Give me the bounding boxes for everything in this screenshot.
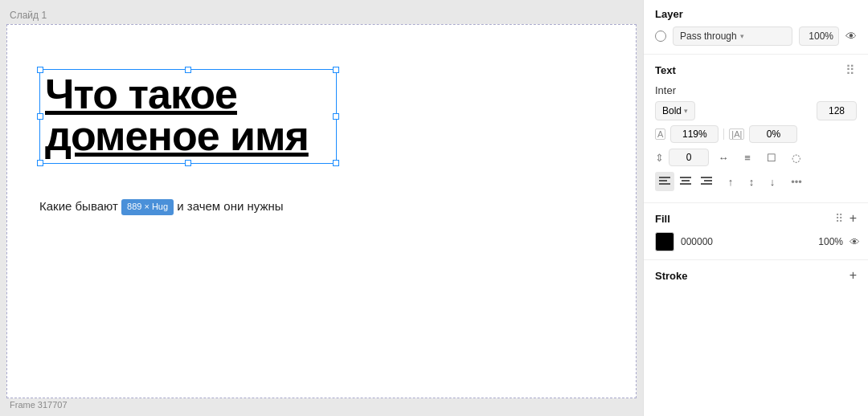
layer-circle-icon (655, 31, 666, 42)
fill-section: Fill ⠿ + 👁 − (644, 203, 868, 260)
selected-text-element[interactable]: Что такое доменое имя (39, 69, 337, 164)
text-align-center-button[interactable] (676, 172, 695, 191)
horizontal-align-center-icon[interactable]: ≡ (738, 148, 757, 167)
frame-label: Frame 317707 (10, 400, 68, 410)
text-align-right-button[interactable] (697, 172, 716, 191)
text-align-left-button[interactable] (655, 172, 674, 191)
font-name-label: Inter (655, 84, 857, 96)
fill-hex-input[interactable] (681, 236, 801, 247)
layer-row: Pass through ▾ 👁 (655, 27, 857, 46)
resize-handle-br[interactable] (333, 160, 339, 166)
slide-label: Слайд 1 (10, 10, 47, 21)
opacity-input[interactable] (799, 27, 839, 46)
size-badge-inline: 889 × Hug (121, 199, 174, 214)
subtext-element: Какие бывают 889 × Hug и зачем они нужны (39, 198, 289, 215)
subtext-part2: и зачем они нужны (174, 199, 283, 213)
letter-spacing-icon: |A| (729, 128, 744, 140)
text-section-header: Text ⠿ (655, 63, 857, 78)
resize-handle-tr[interactable] (333, 67, 339, 73)
font-style-row: Bold ▾ (655, 101, 857, 120)
font-name-row: Inter (655, 84, 857, 96)
fill-section-header: Fill ⠿ + (655, 211, 857, 226)
fill-opacity-input[interactable] (808, 236, 843, 247)
svg-rect-5 (682, 180, 690, 181)
stroke-section-title: Stroke (655, 270, 687, 282)
heading-text[interactable]: Что такое доменое имя (40, 70, 336, 163)
slide-frame: Что такое доменое имя Какие бывают 889 ×… (6, 24, 637, 398)
text-align-row: ↑ ↕ ↓ ••• (655, 172, 857, 191)
font-style-button[interactable]: Bold ▾ (655, 101, 695, 120)
align-center-icon (680, 177, 691, 186)
resize-handle-tl[interactable] (37, 67, 43, 73)
layer-section-header: Layer (655, 8, 857, 20)
right-panel: Layer Pass through ▾ 👁 Text ⠿ Inter Bold… (643, 0, 868, 416)
fill-color-swatch[interactable] (655, 232, 674, 251)
stroke-add-button[interactable]: + (850, 268, 857, 283)
text-more-button[interactable]: ••• (787, 172, 806, 191)
resize-handle-mr[interactable] (333, 113, 339, 120)
resize-handle-bl[interactable] (37, 160, 43, 166)
align-right-icon (701, 177, 712, 186)
text-section-title: Text (655, 64, 676, 76)
svg-rect-2 (659, 183, 670, 185)
metrics-divider (723, 128, 724, 140)
line-height-input[interactable] (670, 125, 719, 143)
font-size-input[interactable] (817, 101, 857, 120)
text-metrics-row: A |A| (655, 125, 857, 143)
resize-handle-ml[interactable] (37, 113, 43, 120)
svg-rect-4 (680, 177, 691, 178)
layer-section: Layer Pass through ▾ 👁 (644, 0, 868, 55)
blend-mode-label: Pass through (680, 31, 737, 42)
svg-rect-10 (701, 183, 712, 185)
letter-spacing-input[interactable] (749, 125, 797, 143)
layer-section-title: Layer (655, 8, 683, 20)
visibility-icon[interactable]: 👁 (845, 30, 857, 43)
text-section: Text ⠿ Inter Bold ▾ A |A| ⇕ (644, 55, 868, 203)
paragraph-spacing-input[interactable] (669, 149, 709, 166)
fill-add-button[interactable]: + (850, 211, 857, 226)
resize-handle-bm[interactable] (185, 160, 191, 166)
fill-visibility-icon[interactable]: 👁 (850, 236, 860, 248)
font-style-chevron-icon: ▾ (684, 107, 688, 115)
paragraph-spacing-icon: ⇕ (655, 152, 664, 164)
fill-grid-icon[interactable]: ⠿ (835, 212, 843, 225)
fill-section-title: Fill (655, 213, 670, 225)
subtext-part1: Какие бывают (39, 199, 121, 213)
font-style-label: Bold (662, 105, 682, 116)
horizontal-align-left-icon[interactable]: ↔ (714, 148, 733, 167)
svg-rect-8 (701, 177, 712, 178)
valign-top-button[interactable]: ↑ (721, 172, 740, 191)
canvas-area[interactable]: Слайд 1 Что такое доменое имя Какие быва… (0, 0, 643, 416)
align-left-icon (659, 177, 670, 186)
blend-mode-button[interactable]: Pass through ▾ (673, 27, 792, 46)
text-section-more-icon[interactable]: ⠿ (845, 63, 857, 78)
svg-rect-0 (659, 177, 670, 178)
svg-rect-1 (659, 180, 667, 181)
valign-bottom-button[interactable]: ↓ (763, 172, 782, 191)
resize-handle-tm[interactable] (185, 67, 191, 73)
valign-middle-button[interactable]: ↕ (742, 172, 761, 191)
wrap-mode-icon[interactable]: ☐ (762, 148, 781, 167)
stroke-section: Stroke + (644, 260, 868, 288)
chevron-down-icon: ▾ (740, 32, 744, 40)
fill-row: 👁 − (655, 232, 857, 251)
svg-rect-9 (704, 180, 712, 181)
rotate-icon[interactable]: ◌ (786, 148, 805, 167)
line-height-icon: A (655, 128, 665, 140)
svg-rect-6 (680, 183, 691, 185)
spacing-row: ⇕ ↔ ≡ ☐ ◌ (655, 148, 857, 167)
